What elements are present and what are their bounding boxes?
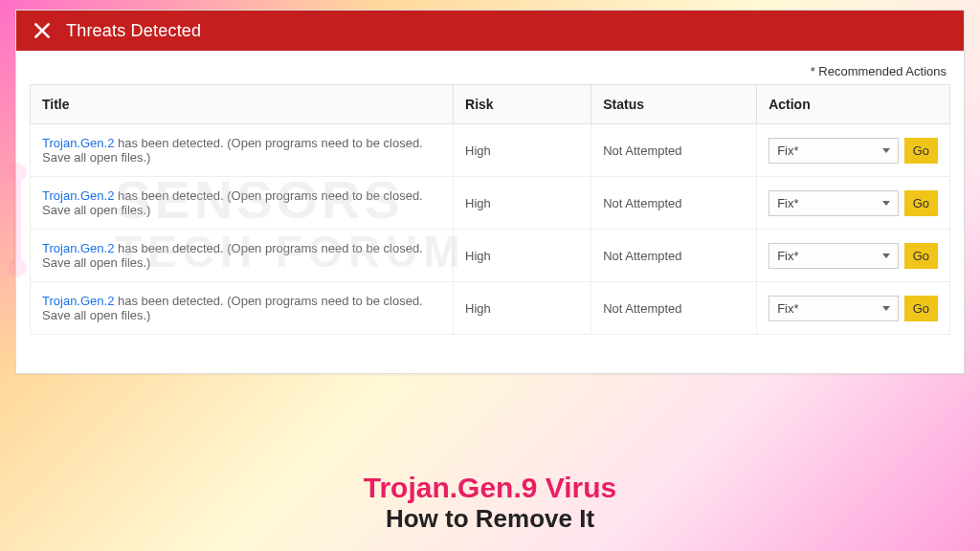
- cell-action: Fix*Go: [757, 124, 950, 177]
- table-row: Trojan.Gen.2 has been detected. (Open pr…: [31, 230, 950, 282]
- table-row: Trojan.Gen.2 has been detected. (Open pr…: [31, 282, 950, 335]
- go-button[interactable]: Go: [904, 190, 938, 216]
- cell-action: Fix*Go: [757, 177, 950, 230]
- cell-status: Not Attempted: [591, 124, 757, 177]
- action-dropdown[interactable]: Fix*: [768, 243, 898, 269]
- cell-risk: High: [454, 124, 591, 177]
- action-dropdown-label: Fix*: [777, 301, 798, 316]
- go-button[interactable]: Go: [904, 138, 938, 164]
- headline-subtitle: How to Remove It: [0, 504, 980, 534]
- action-dropdown[interactable]: Fix*: [768, 138, 898, 164]
- chevron-down-icon: [882, 306, 890, 311]
- table-row: Trojan.Gen.2 has been detected. (Open pr…: [31, 177, 950, 230]
- action-dropdown[interactable]: Fix*: [768, 190, 898, 216]
- threat-name-link[interactable]: Trojan.Gen.2: [42, 136, 114, 150]
- threats-table: Title Risk Status Action Trojan.Gen.2 ha…: [30, 84, 950, 335]
- cell-title: Trojan.Gen.2 has been detected. (Open pr…: [31, 230, 454, 282]
- cell-action: Fix*Go: [757, 282, 950, 335]
- cell-risk: High: [454, 177, 591, 230]
- chevron-down-icon: [882, 253, 890, 258]
- close-icon[interactable]: [32, 20, 53, 41]
- table-row: Trojan.Gen.2 has been detected. (Open pr…: [31, 124, 950, 177]
- col-header-title: Title: [31, 85, 454, 124]
- cell-action: Fix*Go: [757, 230, 950, 282]
- promo-headline: Trojan.Gen.9 Virus How to Remove It: [0, 472, 980, 534]
- threat-name-link[interactable]: Trojan.Gen.2: [42, 188, 114, 203]
- go-button[interactable]: Go: [904, 243, 938, 269]
- alert-header: Threats Detected: [16, 11, 964, 51]
- chevron-down-icon: [882, 201, 890, 206]
- threat-name-link[interactable]: Trojan.Gen.2: [42, 241, 114, 255]
- threat-name-link[interactable]: Trojan.Gen.2: [42, 294, 114, 308]
- col-header-status: Status: [591, 85, 757, 124]
- cell-title: Trojan.Gen.2 has been detected. (Open pr…: [31, 124, 454, 177]
- headline-title: Trojan.Gen.9 Virus: [0, 472, 980, 504]
- cell-title: Trojan.Gen.2 has been detected. (Open pr…: [31, 177, 454, 230]
- recommended-actions-label: * Recommended Actions: [30, 58, 950, 84]
- action-dropdown-label: Fix*: [777, 143, 798, 158]
- cell-status: Not Attempted: [591, 177, 757, 230]
- chevron-down-icon: [882, 148, 890, 153]
- cell-risk: High: [454, 282, 591, 335]
- go-button[interactable]: Go: [904, 296, 938, 321]
- cell-status: Not Attempted: [591, 282, 757, 335]
- action-dropdown-label: Fix*: [777, 196, 798, 210]
- alert-title: Threats Detected: [66, 21, 201, 41]
- col-header-risk: Risk: [454, 85, 591, 124]
- threats-panel: Threats Detected * Recommended Actions T…: [15, 10, 965, 374]
- cell-title: Trojan.Gen.2 has been detected. (Open pr…: [31, 282, 454, 335]
- cell-status: Not Attempted: [591, 230, 757, 282]
- col-header-action: Action: [757, 85, 950, 124]
- cell-risk: High: [454, 230, 591, 282]
- action-dropdown-label: Fix*: [777, 249, 798, 263]
- action-dropdown[interactable]: Fix*: [768, 296, 898, 321]
